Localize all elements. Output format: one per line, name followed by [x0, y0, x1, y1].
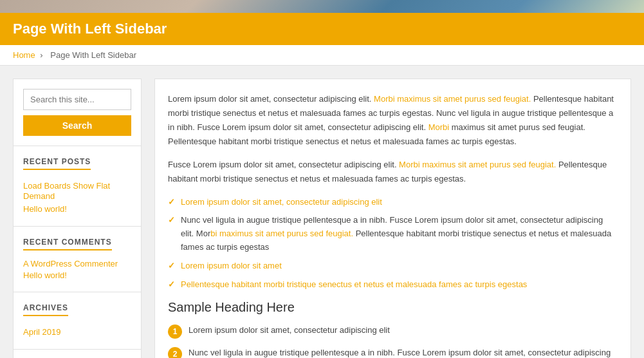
main-content: Lorem ipsum dolor sit amet, consectetur … — [154, 79, 631, 358]
sidebar: Search RECENT POSTS Load Boards Show Fla… — [13, 79, 142, 358]
page-title: Page With Left Sidebar — [13, 21, 631, 37]
recent-posts-title: RECENT POSTS — [23, 157, 91, 170]
main-container: Search RECENT POSTS Load Boards Show Fla… — [0, 66, 644, 358]
breadcrumb: Home › Page With Left Sidebar — [0, 45, 644, 66]
numbered-item-1: 1 Lorem ipsum dolor sit amet, consectetu… — [168, 324, 618, 339]
number-badge-1: 1 — [168, 325, 182, 339]
numbered-text-1: Lorem ipsum dolor sit amet, consectetur … — [189, 324, 390, 337]
recent-comments-widget: RECENT COMMENTS A WordPress Commenter He… — [13, 227, 142, 292]
checklist-link-4[interactable]: Pellentesque habitant morbi tristique se… — [181, 279, 527, 289]
archives-title: ARCHIVES — [23, 303, 68, 316]
checklist-link-1[interactable]: Lorem ipsum dolor sit amet, consectetur … — [181, 197, 382, 207]
para2-link[interactable]: Morbi maximus sit amet purus sed feugiat… — [399, 160, 556, 169]
checklist: Lorem ipsum dolor sit amet, consectetur … — [168, 196, 618, 292]
checklist-item-1: Lorem ipsum dolor sit amet, consectetur … — [168, 196, 618, 209]
comment-post-link[interactable]: Hello world! — [23, 270, 131, 280]
checklist-item-2: Nunc vel ligula in augue tristique pelle… — [168, 214, 618, 254]
content-paragraph-1: Lorem ipsum dolor sit amet, consectetur … — [168, 92, 618, 149]
list-item: Hello world! — [23, 203, 131, 214]
recent-post-link-2[interactable]: Hello world! — [23, 204, 67, 214]
numbered-text-2: Nunc vel ligula in augue tristique pelle… — [189, 346, 618, 358]
para1-link1[interactable]: Morbi maximus sit amet purus sed feugiat… — [374, 94, 531, 104]
checklist-item-4: Pellentesque habitant morbi tristique se… — [168, 278, 618, 292]
recent-comments-title: RECENT COMMENTS — [23, 238, 112, 250]
header-image — [0, 0, 644, 13]
checklist-link-3[interactable]: Lorem ipsum dolor sit amet — [181, 261, 282, 270]
numbered-item-2: 2 Nunc vel ligula in augue tristique pel… — [168, 346, 618, 358]
checklist-item-3: Lorem ipsum dolor sit amet — [168, 259, 618, 273]
recent-post-link-1[interactable]: Load Boards Show Flat Demand — [23, 181, 110, 201]
search-button[interactable]: Search — [23, 115, 131, 136]
numbered-list: 1 Lorem ipsum dolor sit amet, consectetu… — [168, 324, 618, 358]
para1-link2[interactable]: Morbi — [428, 122, 450, 132]
page-title-bar: Page With Left Sidebar — [0, 13, 644, 45]
commenter-link[interactable]: A WordPress Commenter — [23, 259, 131, 268]
checklist-link-2[interactable]: bi maximus sit amet purus sed feugiat. — [210, 229, 353, 238]
search-input[interactable] — [23, 89, 131, 110]
recent-posts-widget: RECENT POSTS Load Boards Show Flat Deman… — [13, 146, 142, 227]
categories-widget: CATEGORIES — [13, 350, 142, 358]
list-item: April 2019 — [23, 326, 131, 337]
search-widget: Search — [13, 79, 142, 146]
recent-comments-content: A WordPress Commenter Hello world! — [23, 259, 131, 280]
breadcrumb-home[interactable]: Home — [13, 50, 35, 60]
archive-link-1[interactable]: April 2019 — [23, 327, 61, 337]
archives-widget: ARCHIVES April 2019 — [13, 292, 142, 350]
number-badge-2: 2 — [168, 347, 182, 358]
content-paragraph-2: Fusce Lorem ipsum dolor sit amet, consec… — [168, 158, 618, 186]
breadcrumb-current: Page With Left Sidebar — [50, 50, 136, 60]
breadcrumb-separator: › — [40, 50, 42, 60]
archives-list: April 2019 — [23, 326, 131, 337]
sample-heading: Sample Heading Here — [168, 300, 618, 315]
recent-posts-list: Load Boards Show Flat Demand Hello world… — [23, 180, 131, 214]
list-item: Load Boards Show Flat Demand — [23, 180, 131, 201]
